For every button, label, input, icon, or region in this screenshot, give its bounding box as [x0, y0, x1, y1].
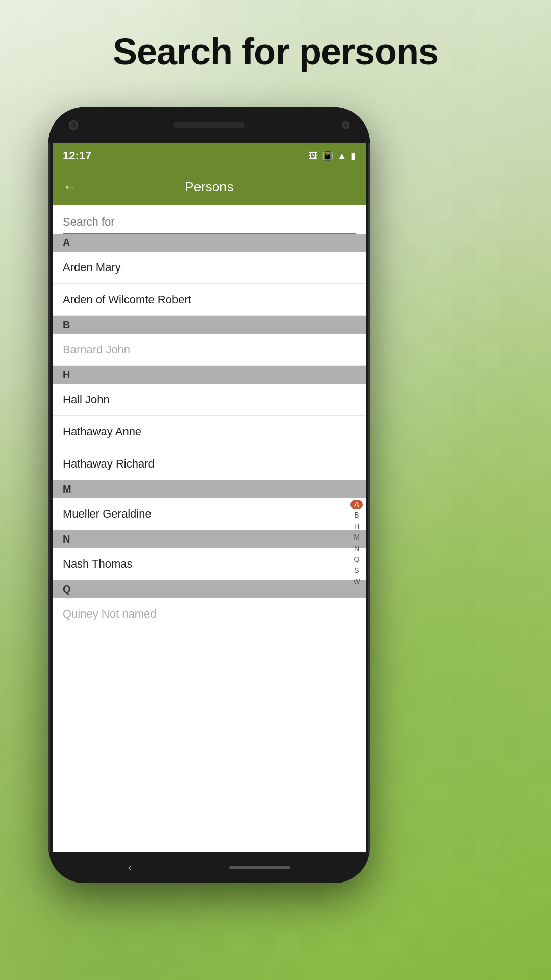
alpha-item-a[interactable]: A [350, 500, 363, 510]
phone-frame: 12:17 🖼 📳 ▲ ▮ ← Persons A Arden Mary Ard… [48, 107, 370, 883]
list-item[interactable]: Barnard John [53, 334, 366, 366]
page-title: Search for persons [0, 31, 551, 72]
phone-top-bar [48, 107, 370, 143]
back-button[interactable]: ← [63, 179, 77, 195]
alpha-item-q[interactable]: Q [347, 555, 366, 565]
list-area[interactable]: A Arden Mary Arden of Wilcomte Robert B … [53, 234, 366, 852]
alpha-item-s[interactable]: S [347, 566, 366, 576]
section-header-h: H [53, 366, 366, 384]
list-item[interactable]: Arden Mary [53, 252, 366, 284]
status-icons: 🖼 📳 ▲ ▮ [309, 150, 356, 161]
alpha-item-b[interactable]: B [347, 510, 366, 521]
speaker-bar [173, 122, 245, 128]
header-title: Persons [87, 179, 331, 195]
alpha-item-n[interactable]: N [347, 544, 366, 554]
app-header: ← Persons [53, 168, 366, 205]
search-container [53, 205, 366, 234]
back-nav-button[interactable]: ‹ [128, 861, 132, 874]
alpha-item-h[interactable]: H [347, 522, 366, 532]
vibrate-icon: 📳 [322, 150, 333, 161]
image-icon: 🖼 [309, 151, 318, 161]
battery-icon: ▮ [350, 150, 356, 161]
section-header-n: N [53, 530, 366, 548]
section-header-m: M [53, 480, 366, 498]
list-item[interactable]: Hathaway Anne [53, 416, 366, 448]
camera-right [342, 121, 349, 129]
camera-left [69, 120, 78, 130]
phone-screen: 12:17 🖼 📳 ▲ ▮ ← Persons A Arden Mary Ard… [53, 143, 366, 852]
alpha-item-m[interactable]: M [347, 532, 366, 543]
list-item[interactable]: Hathaway Richard [53, 448, 366, 480]
list-item-nash-thomas[interactable]: Nash Thomas [53, 548, 366, 580]
home-bar[interactable] [229, 866, 290, 869]
list-item[interactable]: Arden of Wilcomte Robert [53, 284, 366, 316]
list-item[interactable]: Hall John [53, 384, 366, 416]
list-item[interactable]: Mueller Geraldine [53, 498, 366, 530]
phone-bottom-bar: ‹ [48, 852, 370, 883]
alpha-sidebar: A B H M N Q S W [347, 234, 366, 852]
search-input[interactable] [63, 211, 356, 234]
wifi-icon: ▲ [337, 151, 346, 161]
section-header-b: B [53, 316, 366, 334]
list-item[interactable]: Quiney Not named [53, 598, 366, 630]
alpha-item-w[interactable]: W [347, 577, 366, 587]
section-header-a: A [53, 234, 366, 252]
status-time: 12:17 [63, 149, 91, 162]
section-header-q: Q [53, 580, 366, 598]
status-bar: 12:17 🖼 📳 ▲ ▮ [53, 143, 366, 168]
